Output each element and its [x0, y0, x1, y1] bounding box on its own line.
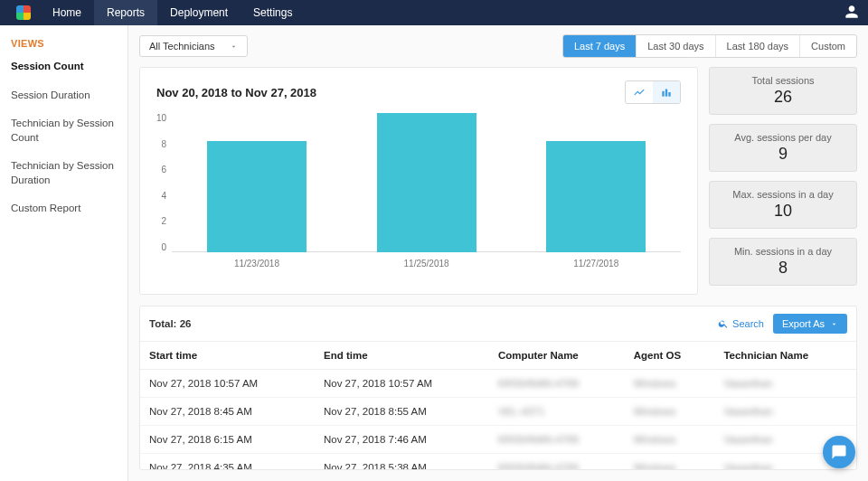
cell: Windows [625, 370, 715, 398]
cell: Nov 27, 2018 6:15 AM [140, 426, 315, 454]
stat-value: 10 [715, 202, 851, 221]
cell: Windows [625, 426, 715, 454]
cell: KRISHNAN-4789 [489, 370, 625, 398]
col-header: End time [315, 342, 489, 370]
cell: Nov 27, 2018 7:46 AM [315, 426, 489, 454]
y-tick: 8 [162, 139, 167, 149]
nav-item-deployment[interactable]: Deployment [157, 0, 241, 25]
sidebar-item-session-duration[interactable]: Session Duration [0, 81, 127, 110]
stat-label: Avg. sessions per day [715, 132, 851, 143]
app-logo-icon [16, 5, 31, 20]
bar [377, 113, 476, 252]
y-tick: 10 [156, 113, 166, 123]
technician-filter-label: All Technicians [149, 41, 215, 52]
y-tick: 2 [162, 216, 167, 226]
x-axis: 11/23/201811/25/201811/27/2018 [172, 259, 681, 269]
cell: Vasanthan [714, 398, 856, 426]
chart-type-toggle [625, 80, 681, 104]
top-nav: HomeReportsDeploymentSettings [0, 0, 868, 25]
stat-card: Avg. sessions per day9 [709, 124, 857, 172]
cell: KRISHNAN-4789 [489, 426, 625, 454]
stat-card: Total sessions26 [709, 67, 857, 115]
table-row[interactable]: Nov 27, 2018 8:45 AMNov 27, 2018 8:55 AM… [140, 398, 856, 426]
cell: KRISHNAN-4789 [489, 454, 625, 471]
range-last-30-days[interactable]: Last 30 days [637, 35, 715, 57]
main: All Technicians Last 7 daysLast 30 daysL… [128, 25, 868, 481]
table-row[interactable]: Nov 27, 2018 6:15 AMNov 27, 2018 7:46 AM… [140, 426, 856, 454]
user-menu[interactable] [843, 3, 861, 24]
x-tick: 11/25/2018 [404, 259, 449, 269]
plot: 11/23/201811/25/201811/27/2018 [172, 113, 681, 269]
svg-rect-2 [668, 92, 670, 97]
col-header: Computer Name [489, 342, 625, 370]
stat-label: Max. sessions in a day [715, 189, 851, 200]
chat-icon [831, 444, 847, 460]
table-total: Total: 26 [149, 318, 191, 329]
views-header: VIEWS [0, 34, 127, 52]
cell: VEL-4371 [489, 398, 625, 426]
col-header: Agent OS [625, 342, 715, 370]
export-label: Export As [782, 318, 825, 329]
chart-area: 1086420 11/23/201811/25/201811/27/2018 [156, 113, 681, 285]
search-icon [718, 318, 729, 329]
nav-item-settings[interactable]: Settings [241, 0, 305, 25]
chart-date-range: Nov 20, 2018 to Nov 27, 2018 [156, 86, 316, 99]
y-tick: 0 [162, 242, 167, 252]
stat-card: Max. sessions in a day10 [709, 181, 857, 229]
bar-chart-button[interactable] [653, 81, 680, 103]
col-header: Start time [140, 342, 315, 370]
bar-chart-icon [660, 86, 673, 99]
chevron-down-icon [230, 42, 238, 51]
chat-fab[interactable] [823, 436, 855, 468]
export-button[interactable]: Export As [773, 314, 847, 334]
sidebar-item-technician-by-session-count[interactable]: Technician by Session Count [0, 109, 127, 152]
range-last-180-days[interactable]: Last 180 days [716, 35, 801, 57]
cell: Nov 27, 2018 10:57 AM [315, 370, 489, 398]
x-tick: 11/27/2018 [573, 259, 618, 269]
search-button[interactable]: Search [718, 318, 764, 329]
search-label: Search [732, 318, 764, 329]
cell: Nov 27, 2018 8:55 AM [315, 398, 489, 426]
cell: Nov 27, 2018 10:57 AM [140, 370, 315, 398]
y-tick: 4 [162, 191, 167, 201]
nav-item-reports[interactable]: Reports [94, 0, 157, 25]
cell: Nov 27, 2018 5:38 AM [315, 454, 489, 471]
table-row[interactable]: Nov 27, 2018 4:35 AMNov 27, 2018 5:38 AM… [140, 454, 856, 471]
cell: Nov 27, 2018 8:45 AM [140, 398, 315, 426]
col-header: Technician Name [714, 342, 856, 370]
sidebar-item-session-count[interactable]: Session Count [0, 52, 127, 81]
y-axis: 1086420 [156, 113, 172, 269]
stat-value: 26 [715, 88, 851, 107]
toolbar: All Technicians Last 7 daysLast 30 daysL… [128, 25, 868, 67]
cell: Windows [625, 398, 715, 426]
sidebar-item-technician-by-session-duration[interactable]: Technician by Session Duration [0, 152, 127, 194]
sessions-table-panel: Total: 26 Search Export As Start timeEnd… [139, 306, 857, 470]
nav-left: HomeReportsDeploymentSettings [7, 0, 305, 25]
sidebar-item-custom-report[interactable]: Custom Report [0, 194, 127, 223]
chevron-down-icon [830, 320, 838, 328]
bar [207, 141, 307, 252]
sidebar: VIEWS Session CountSession DurationTechn… [0, 25, 128, 481]
y-tick: 6 [162, 165, 167, 174]
svg-rect-0 [662, 91, 664, 97]
range-custom[interactable]: Custom [800, 35, 856, 57]
bars [172, 113, 681, 252]
technician-filter-dropdown[interactable]: All Technicians [139, 35, 248, 57]
table-row[interactable]: Nov 27, 2018 10:57 AMNov 27, 2018 10:57 … [140, 370, 856, 398]
x-tick: 11/23/2018 [234, 259, 279, 269]
stat-value: 9 [715, 145, 851, 164]
date-range-buttons: Last 7 daysLast 30 daysLast 180 daysCust… [562, 34, 857, 58]
line-chart-button[interactable] [626, 81, 653, 103]
stat-label: Min. sessions in a day [715, 246, 851, 257]
cell: Nov 27, 2018 4:35 AM [140, 454, 315, 471]
range-last-7-days[interactable]: Last 7 days [563, 35, 637, 57]
sessions-table: Start timeEnd timeComputer NameAgent OST… [140, 341, 856, 470]
stat-card: Min. sessions in a day8 [709, 238, 857, 286]
user-icon [843, 3, 861, 21]
bar [546, 141, 646, 252]
nav-item-home[interactable]: Home [40, 0, 94, 25]
chart-panel: Nov 20, 2018 to Nov 27, 2018 1086420 [139, 67, 698, 295]
stat-value: 8 [715, 259, 851, 278]
stat-label: Total sessions [715, 75, 851, 86]
line-chart-icon [633, 86, 646, 99]
